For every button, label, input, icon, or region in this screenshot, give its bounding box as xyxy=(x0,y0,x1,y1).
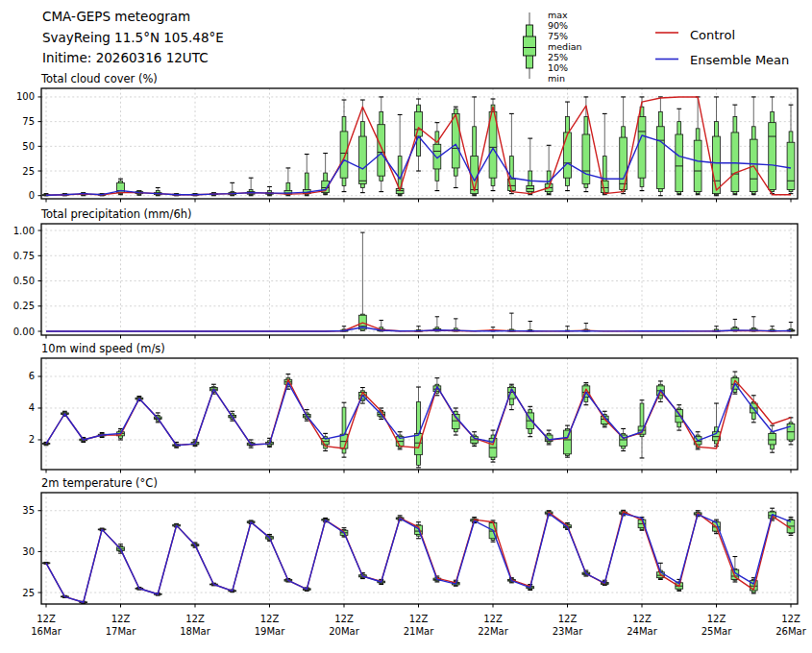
svg-text:0.00: 0.00 xyxy=(13,326,35,337)
svg-text:25: 25 xyxy=(22,588,35,598)
legend-box-glyph xyxy=(524,12,536,79)
panel-0: 0255075100 xyxy=(16,88,798,203)
svg-text:19Mar: 19Mar xyxy=(255,626,285,637)
svg-text:12Z: 12Z xyxy=(260,614,280,624)
meteogram-app: CMA-GEPS meteogram SvayReing 11.5°N 105.… xyxy=(0,0,812,653)
svg-text:12Z: 12Z xyxy=(334,614,354,624)
svg-text:12Z: 12Z xyxy=(37,614,56,624)
svg-text:0: 0 xyxy=(29,190,35,201)
panel-1: 0.000.250.500.751.00 xyxy=(13,224,798,339)
svg-text:23Mar: 23Mar xyxy=(553,626,583,637)
panel-0-boxes xyxy=(42,97,795,196)
panel-2: 246 xyxy=(29,358,798,473)
svg-text:17Mar: 17Mar xyxy=(106,626,136,637)
svg-text:50: 50 xyxy=(22,141,35,152)
svg-text:25Mar: 25Mar xyxy=(701,626,732,637)
x-axis-labels: 12Z16Mar12Z17Mar12Z18Mar12Z19Mar12Z20Mar… xyxy=(31,614,806,637)
svg-text:75: 75 xyxy=(22,116,35,127)
svg-text:0.75: 0.75 xyxy=(13,251,35,261)
svg-text:12Z: 12Z xyxy=(111,614,131,624)
svg-text:12Z: 12Z xyxy=(483,614,503,624)
svg-text:4: 4 xyxy=(29,402,35,413)
svg-text:1.00: 1.00 xyxy=(13,226,35,236)
panel-3: 253035 xyxy=(22,493,798,608)
svg-text:100: 100 xyxy=(16,91,35,102)
svg-text:12Z: 12Z xyxy=(632,614,652,624)
meteogram-figure: 02550751000.000.250.500.751.002462530351… xyxy=(0,0,812,653)
svg-text:6: 6 xyxy=(29,371,35,381)
svg-text:21Mar: 21Mar xyxy=(404,626,434,637)
svg-text:20Mar: 20Mar xyxy=(329,626,359,637)
svg-text:12Z: 12Z xyxy=(707,614,726,624)
svg-text:25: 25 xyxy=(22,166,35,177)
svg-text:12Z: 12Z xyxy=(185,614,205,624)
svg-text:26Mar: 26Mar xyxy=(775,626,806,637)
svg-text:12Z: 12Z xyxy=(558,614,578,624)
svg-text:18Mar: 18Mar xyxy=(180,626,210,637)
svg-text:2: 2 xyxy=(29,434,35,445)
svg-text:30: 30 xyxy=(22,546,35,557)
svg-text:0.50: 0.50 xyxy=(13,276,35,286)
svg-text:35: 35 xyxy=(22,505,35,516)
svg-text:22Mar: 22Mar xyxy=(478,626,508,637)
svg-text:12Z: 12Z xyxy=(409,614,429,624)
svg-text:0.25: 0.25 xyxy=(13,301,35,311)
svg-text:12Z: 12Z xyxy=(781,614,800,624)
svg-text:24Mar: 24Mar xyxy=(627,626,657,637)
svg-text:16Mar: 16Mar xyxy=(31,626,62,637)
